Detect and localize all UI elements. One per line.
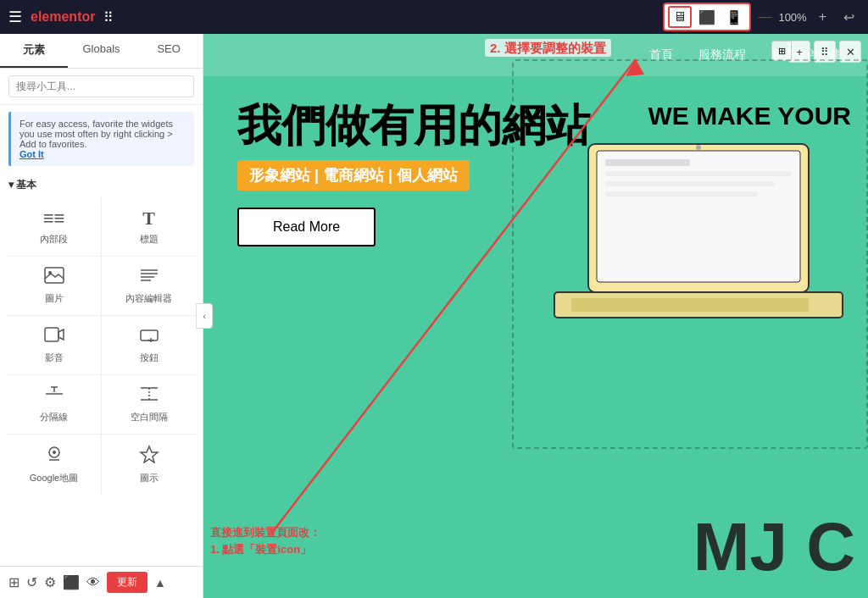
svg-rect-21 xyxy=(597,151,800,282)
svg-marker-19 xyxy=(141,446,158,462)
button-icon xyxy=(139,326,159,348)
hamburger-icon[interactable]: ☰ xyxy=(8,8,22,26)
google-maps-icon xyxy=(44,445,64,468)
heading-icon: T xyxy=(142,208,155,230)
text-editor-icon xyxy=(139,267,159,289)
grid-icon[interactable]: ⠿ xyxy=(103,9,114,25)
svg-rect-6 xyxy=(45,328,58,341)
svg-rect-0 xyxy=(45,268,64,283)
top-bar-right: 🖥 ⬛ 📱 — 100% + ↩ xyxy=(663,3,860,31)
widget-heading[interactable]: T 標題 xyxy=(102,197,196,256)
widget-spacer[interactable]: 空白間隔 xyxy=(102,375,196,434)
widget-text-editor[interactable]: 內容編輯器 xyxy=(102,257,196,315)
layers-icon[interactable]: ⊞ xyxy=(8,574,19,590)
top-bar: ☰ elementor ⠿ 🖥 ⬛ 📱 — 100% + ↩ xyxy=(0,0,868,34)
video-icon xyxy=(44,326,64,348)
zoom-in-btn[interactable]: + xyxy=(814,8,832,26)
svg-rect-25 xyxy=(605,191,758,197)
website-preview: 首頁 服務流程 創業夥伴計畫 + ⠿ ✕ ⊞ 我們做有用的網站 形象網站 | 電… xyxy=(203,34,868,598)
device-mobile-btn[interactable]: 📱 xyxy=(722,8,746,27)
widget-divider[interactable]: 分隔線 xyxy=(7,375,101,434)
device-responsive-icon[interactable]: ⬛ xyxy=(63,574,80,590)
tab-globals[interactable]: Globals xyxy=(68,34,136,68)
device-tablet-btn[interactable]: ⬛ xyxy=(695,8,719,27)
got-it-link[interactable]: Got It xyxy=(19,149,44,159)
mj-text: MJ C xyxy=(693,513,855,581)
hero-subtitle: 形象網站 | 電商網站 | 個人網站 xyxy=(237,160,470,191)
decoration-text: WE MAKE YOUR xyxy=(648,102,851,130)
section-settings-handle[interactable]: ⊞ xyxy=(771,41,792,61)
svg-rect-8 xyxy=(141,330,158,341)
sidebar-search xyxy=(0,69,203,105)
svg-point-17 xyxy=(53,451,56,454)
tab-elements[interactable]: 元素 xyxy=(0,34,68,68)
history-icon[interactable]: ↺ xyxy=(26,574,37,590)
separator: — xyxy=(758,9,771,25)
svg-marker-7 xyxy=(58,329,64,340)
device-desktop-btn[interactable]: 🖥 xyxy=(668,6,692,28)
widget-icon[interactable]: 圖示 xyxy=(102,435,196,495)
laptop-illustration xyxy=(537,136,860,356)
chevron-up-icon[interactable]: ▲ xyxy=(154,576,166,590)
svg-rect-27 xyxy=(571,298,809,312)
divider-icon xyxy=(44,385,64,407)
spacer-icon xyxy=(139,385,159,407)
sidebar-tip: For easy access, favorite the widgets yo… xyxy=(8,112,194,166)
widget-google-maps[interactable]: Google地圖 xyxy=(7,435,101,495)
zoom-level: 100% xyxy=(778,11,806,24)
settings-icon[interactable]: ⚙ xyxy=(44,574,56,590)
preview-icon[interactable]: 👁 xyxy=(86,575,100,590)
svg-rect-24 xyxy=(605,181,775,186)
widget-button[interactable]: 按鈕 xyxy=(102,316,196,374)
sidebar-collapse-btn[interactable]: ‹ xyxy=(196,303,213,329)
svg-rect-23 xyxy=(605,171,792,176)
tab-seo[interactable]: SEO xyxy=(135,34,203,68)
widget-inner-section[interactable]: ≡≡ 內部段 xyxy=(7,197,101,256)
sidebar-bottom: ⊞ ↺ ⚙ ⬛ 👁 更新 ▲ xyxy=(0,566,203,598)
canvas-area: 首頁 服務流程 創業夥伴計畫 + ⠿ ✕ ⊞ 我們做有用的網站 形象網站 | 電… xyxy=(203,34,868,598)
sidebar-tabs: 元素 Globals SEO xyxy=(0,34,203,69)
image-icon xyxy=(44,267,64,289)
widget-image[interactable]: 圖片 xyxy=(7,257,101,315)
undo-btn[interactable]: ↩ xyxy=(838,8,860,27)
read-more-button[interactable]: Read More xyxy=(237,208,376,246)
section-basic-title: ▾ 基本 xyxy=(0,173,203,197)
update-button[interactable]: 更新 xyxy=(107,572,147,593)
inner-section-icon: ≡≡ xyxy=(43,208,65,230)
svg-point-28 xyxy=(696,145,701,150)
elementor-logo: elementor xyxy=(31,9,95,25)
top-bar-left: ☰ elementor ⠿ xyxy=(8,8,212,26)
widget-video[interactable]: 影音 xyxy=(7,316,101,374)
device-group: 🖥 ⬛ 📱 xyxy=(663,3,751,31)
widget-grid: ≡≡ 內部段 T 標題 圖片 內容編輯器 xyxy=(7,197,196,495)
sidebar: 元素 Globals SEO For easy access, favorite… xyxy=(0,34,203,598)
svg-rect-22 xyxy=(605,159,690,166)
main-layout: 元素 Globals SEO For easy access, favorite… xyxy=(0,34,868,598)
search-input[interactable] xyxy=(8,75,194,97)
icon-widget-icon xyxy=(139,445,159,468)
